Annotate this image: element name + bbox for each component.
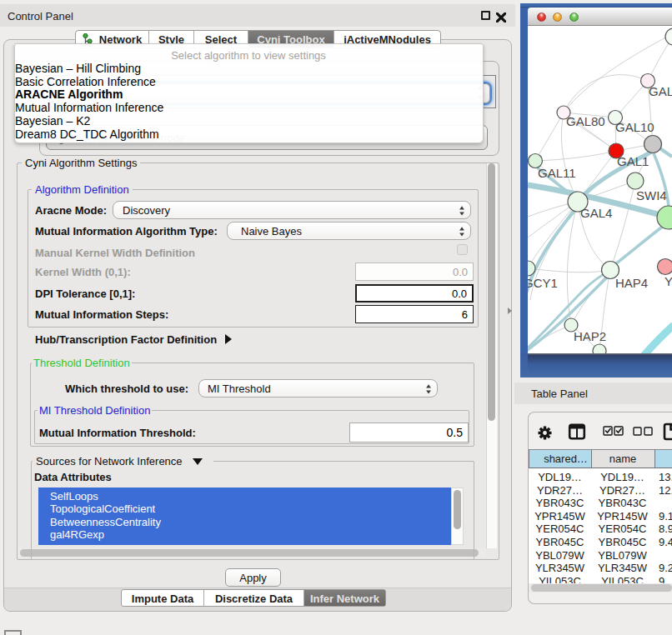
svg-text:GAL7: GAL7	[649, 84, 672, 98]
svg-text:GAL11: GAL11	[538, 166, 576, 180]
svg-text:Y: Y	[664, 274, 672, 288]
svg-text:GAL4: GAL4	[580, 206, 612, 220]
svg-text:GAL80: GAL80	[566, 114, 605, 128]
svg-text:HAP4: HAP4	[615, 276, 648, 290]
svg-text:HAP2: HAP2	[574, 329, 606, 343]
svg-text:GAL10: GAL10	[615, 120, 654, 134]
svg-text:SWI4: SWI4	[636, 188, 667, 202]
svg-text:GAL1: GAL1	[617, 154, 649, 168]
svg-text:GCY1: GCY1	[528, 276, 558, 290]
